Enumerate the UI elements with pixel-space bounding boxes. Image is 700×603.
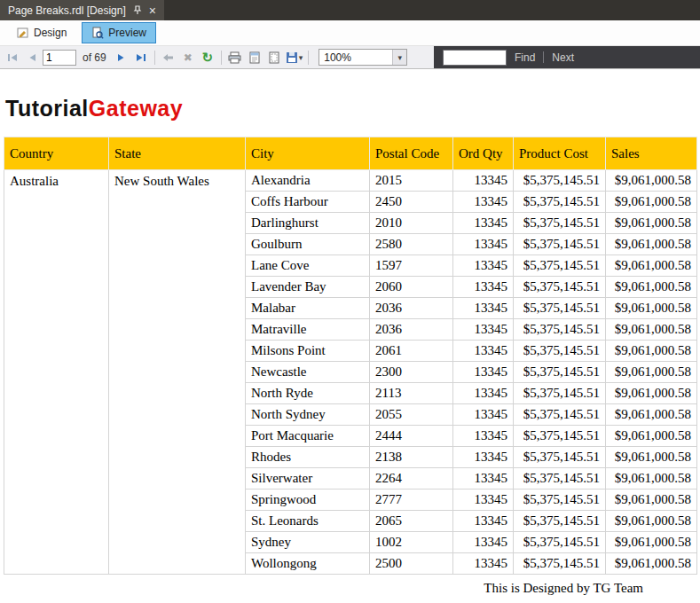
print-layout-button[interactable] bbox=[246, 49, 263, 67]
ord-qty-cell: 13345 bbox=[453, 532, 514, 553]
tab-preview[interactable]: Preview bbox=[82, 22, 156, 43]
sales-cell: $9,061,000.58 bbox=[606, 192, 697, 213]
city-cell: North Ryde bbox=[246, 383, 370, 404]
ord-qty-cell: 13345 bbox=[453, 553, 514, 575]
postal-code-cell: 2777 bbox=[370, 489, 453, 511]
product-cost-cell: $5,375,145.51 bbox=[514, 234, 606, 255]
back-arrow-icon bbox=[162, 53, 174, 62]
country-cell: Australia bbox=[4, 170, 109, 575]
product-cost-cell: $5,375,145.51 bbox=[514, 255, 606, 277]
city-cell: Sydney bbox=[246, 532, 370, 553]
product-cost-cell: $5,375,145.51 bbox=[514, 468, 606, 489]
design-icon bbox=[17, 27, 29, 39]
print-button[interactable] bbox=[226, 49, 244, 67]
product-cost-cell: $5,375,145.51 bbox=[514, 511, 606, 532]
postal-code-cell: 2010 bbox=[370, 213, 453, 234]
logo-part-tutorial: Tutorial bbox=[5, 96, 89, 121]
report-viewer-toolbar: of 69 ✖ ↻ bbox=[0, 46, 700, 69]
pin-icon[interactable] bbox=[133, 5, 142, 15]
city-cell: St. Leonards bbox=[246, 511, 370, 532]
zoom-dropdown-icon[interactable]: ▾ bbox=[392, 50, 406, 65]
first-page-icon bbox=[7, 53, 18, 62]
postal-code-cell: 2036 bbox=[370, 319, 453, 341]
header-city: City bbox=[246, 137, 370, 170]
sales-cell: $9,061,000.58 bbox=[606, 511, 697, 532]
sales-cell: $9,061,000.58 bbox=[606, 341, 697, 362]
zoom-value: 100% bbox=[319, 51, 392, 64]
postal-code-cell: 2036 bbox=[370, 298, 453, 319]
ord-qty-cell: 13345 bbox=[453, 170, 514, 192]
tab-design[interactable]: Design bbox=[7, 22, 76, 43]
city-cell: Silverwater bbox=[246, 468, 370, 489]
postal-code-cell: 2065 bbox=[370, 511, 453, 532]
document-tab-strip: Page Breaks.rdl [Design] × bbox=[0, 0, 700, 20]
table-header-row: Country State City Postal Code Ord Qty P… bbox=[4, 137, 697, 170]
city-cell: Rhodes bbox=[246, 447, 370, 468]
sales-cell: $9,061,000.58 bbox=[606, 319, 697, 341]
back-to-parent-button[interactable] bbox=[160, 49, 177, 67]
postal-code-cell: 1002 bbox=[370, 532, 453, 553]
product-cost-cell: $5,375,145.51 bbox=[514, 553, 606, 575]
product-cost-cell: $5,375,145.51 bbox=[514, 447, 606, 468]
page-setup-button[interactable] bbox=[265, 49, 283, 67]
city-cell: Goulburn bbox=[246, 234, 370, 255]
stop-button[interactable]: ✖ bbox=[179, 49, 197, 67]
previous-page-button[interactable] bbox=[23, 49, 41, 67]
mode-bar: Design Preview bbox=[0, 20, 700, 46]
ord-qty-cell: 13345 bbox=[453, 277, 514, 298]
ord-qty-cell: 13345 bbox=[453, 468, 514, 489]
city-cell: Wollongong bbox=[246, 553, 370, 575]
header-product-cost: Product Cost bbox=[514, 137, 606, 170]
header-postal-code: Postal Code bbox=[370, 137, 453, 170]
sales-cell: $9,061,000.58 bbox=[606, 298, 697, 319]
zoom-select[interactable]: 100% ▾ bbox=[319, 49, 407, 66]
sales-cell: $9,061,000.58 bbox=[606, 404, 697, 426]
sales-cell: $9,061,000.58 bbox=[606, 468, 697, 489]
product-cost-cell: $5,375,145.51 bbox=[514, 170, 606, 192]
export-button[interactable]: ▾ bbox=[285, 49, 304, 67]
city-cell: Malabar bbox=[246, 298, 370, 319]
sales-cell: $9,061,000.58 bbox=[606, 489, 697, 511]
find-next-button[interactable]: Next bbox=[552, 51, 574, 64]
find-button[interactable]: Find bbox=[515, 51, 535, 64]
postal-code-cell: 2500 bbox=[370, 553, 453, 575]
postal-code-cell: 2580 bbox=[370, 234, 453, 255]
design-tab-label: Design bbox=[34, 27, 67, 39]
last-page-button[interactable] bbox=[132, 49, 150, 67]
product-cost-cell: $5,375,145.51 bbox=[514, 383, 606, 404]
table-row: AustraliaNew South WalesAlexandria201513… bbox=[4, 170, 697, 192]
export-save-icon bbox=[286, 51, 298, 64]
sales-cell: $9,061,000.58 bbox=[606, 447, 697, 468]
document-tab[interactable]: Page Breaks.rdl [Design] × bbox=[0, 0, 164, 20]
toolbar-right: Find Next bbox=[434, 46, 700, 68]
city-cell: Lane Cove bbox=[246, 255, 370, 277]
sales-cell: $9,061,000.58 bbox=[606, 362, 697, 383]
close-icon[interactable]: × bbox=[149, 4, 156, 17]
sales-cell: $9,061,000.58 bbox=[606, 383, 697, 404]
product-cost-cell: $5,375,145.51 bbox=[514, 532, 606, 553]
find-input[interactable] bbox=[443, 50, 507, 66]
header-state: State bbox=[109, 137, 246, 170]
product-cost-cell: $5,375,145.51 bbox=[514, 362, 606, 383]
report-preview-area: TutorialGateway Country State City Posta… bbox=[0, 69, 700, 603]
next-page-icon bbox=[117, 53, 125, 62]
product-cost-cell: $5,375,145.51 bbox=[514, 192, 606, 213]
refresh-button[interactable]: ↻ bbox=[199, 49, 216, 67]
product-cost-cell: $5,375,145.51 bbox=[514, 341, 606, 362]
ord-qty-cell: 13345 bbox=[453, 489, 514, 511]
export-dropdown-icon: ▾ bbox=[299, 53, 303, 62]
sales-cell: $9,061,000.58 bbox=[606, 532, 697, 553]
page-setup-icon bbox=[269, 51, 279, 64]
product-cost-cell: $5,375,145.51 bbox=[514, 277, 606, 298]
city-cell: Springwood bbox=[246, 489, 370, 511]
sales-cell: $9,061,000.58 bbox=[606, 170, 697, 192]
next-page-button[interactable] bbox=[113, 49, 130, 67]
report-footer-text: This is Designed by TG Team bbox=[5, 581, 698, 596]
page-number-input[interactable] bbox=[43, 50, 76, 66]
report-table-body: AustraliaNew South WalesAlexandria201513… bbox=[4, 170, 697, 575]
sales-cell: $9,061,000.58 bbox=[606, 426, 697, 447]
postal-code-cell: 2300 bbox=[370, 362, 453, 383]
product-cost-cell: $5,375,145.51 bbox=[514, 426, 606, 447]
city-cell: Alexandria bbox=[246, 170, 370, 192]
first-page-button[interactable] bbox=[4, 49, 21, 67]
